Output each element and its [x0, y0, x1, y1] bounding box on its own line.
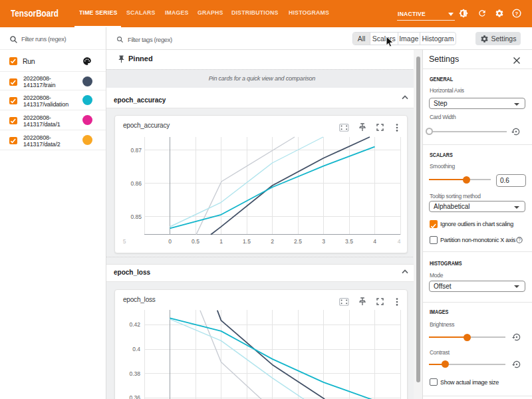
svg-text:0.85: 0.85 — [130, 213, 142, 220]
svg-text:?: ? — [518, 237, 521, 242]
svg-text:4: 4 — [373, 238, 376, 245]
svg-text:1.5: 1.5 — [243, 238, 251, 245]
svg-text:1: 1 — [219, 238, 223, 245]
svg-text:2.5: 2.5 — [294, 238, 302, 245]
svg-text:2: 2 — [271, 238, 274, 245]
svg-text:0.5: 0.5 — [192, 238, 200, 245]
svg-text:0.86: 0.86 — [130, 180, 142, 187]
svg-text:0.36: 0.36 — [129, 394, 140, 399]
svg-text:0.38: 0.38 — [129, 370, 140, 376]
svg-text:0.87: 0.87 — [130, 147, 142, 154]
svg-text:3: 3 — [322, 238, 325, 245]
svg-text:3.5: 3.5 — [345, 238, 353, 245]
svg-text:0.4: 0.4 — [132, 346, 140, 352]
svg-text:0: 0 — [168, 238, 172, 245]
svg-text:?: ? — [515, 11, 519, 17]
svg-text:4: 4 — [398, 238, 401, 245]
svg-text:5: 5 — [123, 238, 126, 245]
svg-text:0.42: 0.42 — [129, 321, 140, 328]
